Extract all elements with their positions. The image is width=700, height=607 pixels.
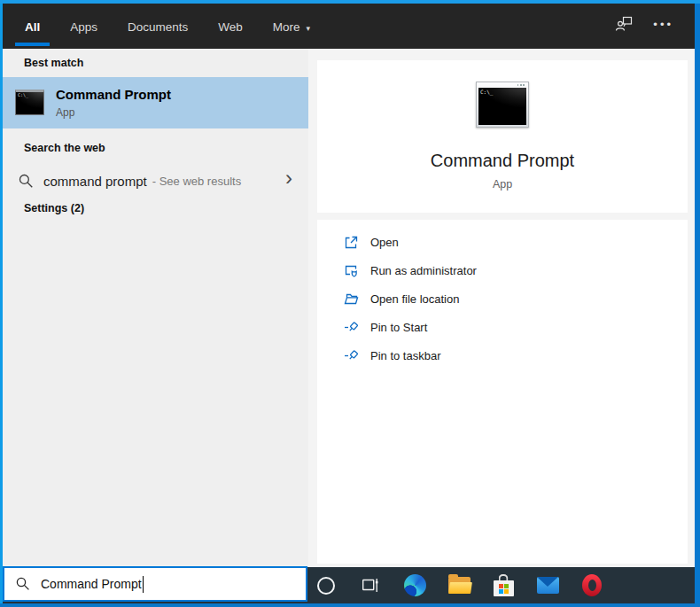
search-input-value: Command Prompt — [41, 577, 142, 591]
web-section-label: Search the web — [24, 142, 105, 154]
app-actions-card: Open Run as administrator Open file loca… — [317, 220, 688, 564]
web-results-hint: - See web results — [152, 175, 241, 188]
prompt-glyph: C:\_ — [18, 92, 28, 97]
action-pin-to-start[interactable]: Pin to Start — [317, 313, 688, 341]
search-header: All Apps Documents Web More▾ ••• — [3, 4, 695, 49]
best-match-result[interactable]: C:\_ Command Prompt App — [3, 77, 308, 128]
command-prompt-icon: C:\_ — [15, 89, 44, 115]
app-preview-card: C:\_ Command Prompt App — [317, 60, 688, 213]
result-title: Command Prompt — [56, 87, 171, 102]
result-subtitle: App — [56, 106, 74, 119]
search-input[interactable]: Command Prompt — [3, 566, 307, 602]
best-match-section-label: Best match — [24, 57, 83, 69]
tab-more[interactable]: More▾ — [273, 19, 310, 34]
search-icon — [19, 174, 34, 189]
preview-pane: C:\_ Command Prompt App Open Run as admi… — [308, 49, 695, 567]
window-controls-dots — [517, 84, 525, 86]
web-search-result[interactable]: command prompt - See web results › — [3, 162, 308, 199]
settings-section-label: Settings (2) — [24, 202, 84, 214]
chevron-right-icon[interactable]: › — [285, 166, 292, 191]
action-run-as-administrator[interactable]: Run as administrator — [317, 256, 688, 284]
prompt-glyph: C:\_ — [480, 89, 493, 95]
file-location-icon — [344, 292, 359, 307]
action-pin-to-taskbar[interactable]: Pin to taskbar — [317, 341, 688, 370]
window-border-bottom — [0, 603, 700, 607]
cortana-icon[interactable] — [315, 574, 338, 597]
pin-icon — [344, 320, 359, 335]
pin-icon — [344, 348, 359, 363]
feedback-icon[interactable] — [615, 15, 634, 37]
file-explorer-icon[interactable] — [447, 574, 471, 597]
results-panel: Best match C:\_ Command Prompt App Searc… — [3, 49, 308, 567]
more-options-icon[interactable]: ••• — [653, 18, 673, 35]
filter-tabs: All Apps Documents Web More▾ — [25, 4, 310, 49]
window-border-right — [695, 4, 700, 607]
tab-documents[interactable]: Documents — [128, 19, 188, 34]
open-icon — [344, 235, 359, 250]
store-icon[interactable] — [492, 574, 515, 597]
tab-web[interactable]: Web — [218, 19, 243, 34]
action-open-file-location[interactable]: Open file location — [317, 284, 688, 313]
search-icon — [16, 577, 30, 591]
action-open[interactable]: Open — [317, 228, 688, 256]
admin-shield-icon — [344, 263, 359, 278]
command-prompt-icon-large: C:\_ — [476, 82, 529, 128]
preview-app-subtitle: App — [317, 178, 688, 191]
edge-icon[interactable] — [403, 574, 426, 597]
windows-search-screen: All Apps Documents Web More▾ ••• Best ma… — [0, 0, 700, 607]
web-query-text: command prompt — [43, 174, 147, 189]
text-cursor — [143, 576, 144, 593]
opera-icon[interactable] — [580, 574, 603, 597]
mail-icon[interactable] — [536, 574, 559, 597]
tab-all[interactable]: All — [25, 19, 40, 34]
preview-app-title: Command Prompt — [317, 151, 688, 171]
tab-apps[interactable]: Apps — [70, 19, 97, 34]
chevron-down-icon: ▾ — [307, 24, 311, 33]
task-view-icon[interactable] — [359, 574, 382, 597]
